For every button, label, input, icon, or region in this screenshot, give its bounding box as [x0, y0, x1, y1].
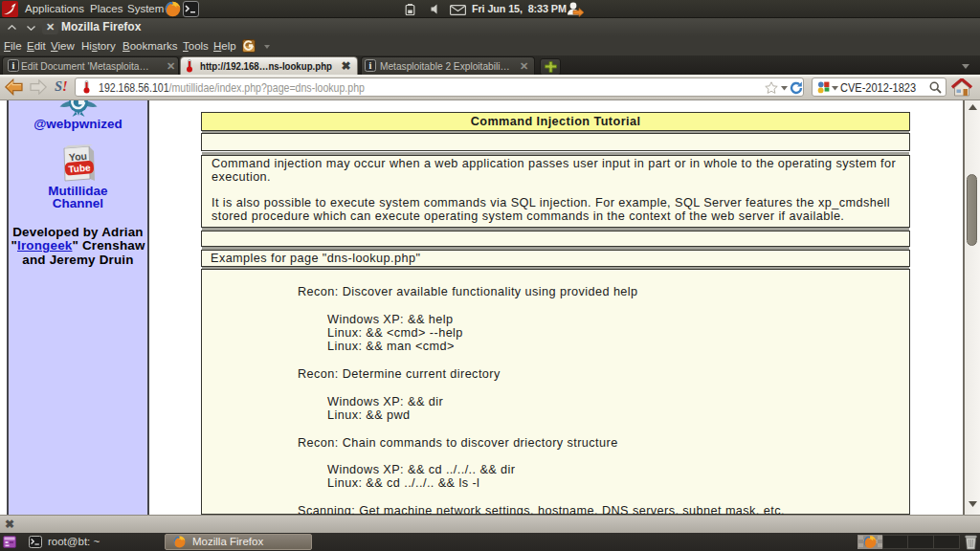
svg-text:You: You [68, 150, 87, 164]
svg-text:Tube: Tube [68, 162, 91, 174]
svg-text:i: i [12, 60, 15, 71]
svg-text:i: i [369, 60, 372, 71]
